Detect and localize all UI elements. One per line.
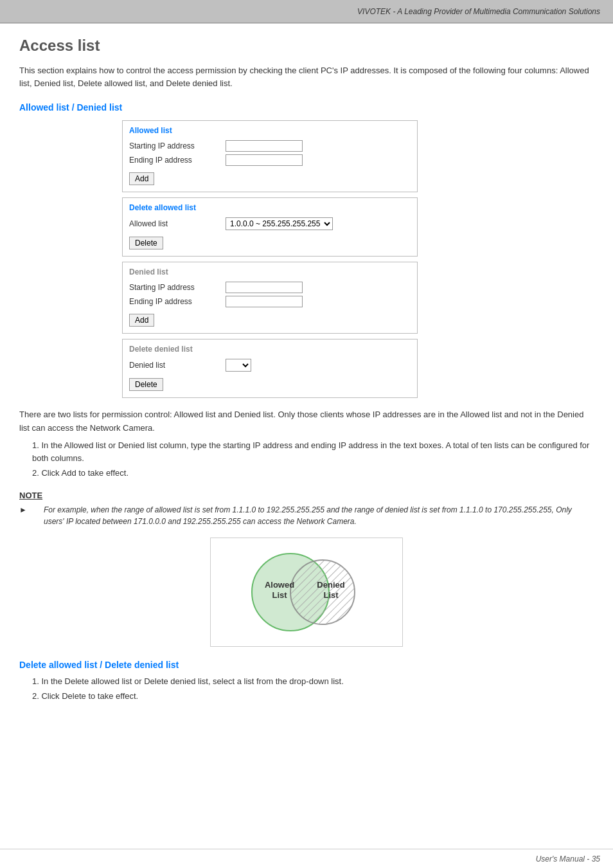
denied-starting-ip-row: Starting IP address	[129, 282, 411, 293]
denied-list-dropdown-row: Denied list	[129, 359, 411, 372]
section2-item2: 2. Click Delete to take effect.	[19, 690, 594, 703]
venn-svg: Alowed List Denied List	[217, 544, 396, 640]
body-para1: There are two lists for permission contr…	[19, 408, 594, 435]
page-description: This section explains how to control the…	[19, 64, 594, 89]
denied-ending-ip-row: Ending IP address	[129, 296, 411, 307]
header-title: VIVOTEK - A Leading Provider of Multimed…	[357, 7, 600, 16]
venn-allowed-label: Alowed	[265, 580, 294, 590]
delete-allowed-button[interactable]: Delete	[129, 237, 163, 249]
note-heading: NOTE	[19, 491, 594, 500]
ending-ip-row: Ending IP address	[129, 154, 411, 166]
denied-ending-ip-input[interactable]	[226, 296, 303, 307]
allowed-list-dropdown-label: Allowed list	[129, 219, 226, 228]
footer-bar: User's Manual - 35	[0, 849, 613, 868]
footer-text: User's Manual - 35	[536, 854, 600, 863]
content-area: Access list This section explains how to…	[0, 24, 613, 724]
section1-heading: Allowed list / Denied list	[19, 102, 594, 113]
venn-diagram: Alowed List Denied List	[210, 538, 403, 647]
denied-ending-ip-label: Ending IP address	[129, 297, 226, 306]
denied-starting-ip-label: Starting IP address	[129, 283, 226, 292]
allowed-add-button[interactable]: Add	[129, 172, 154, 185]
delete-denied-panel: Delete denied list Denied list Delete	[122, 339, 418, 398]
svg-text:Denied: Denied	[317, 580, 344, 590]
denied-add-button[interactable]: Add	[129, 314, 154, 327]
delete-denied-legend: Delete denied list	[129, 345, 411, 354]
section2-heading: Delete allowed list / Delete denied list	[19, 660, 594, 670]
section2-item1: 1. In the Delete allowed list or Delete …	[19, 675, 594, 689]
svg-point-2	[290, 560, 355, 624]
page-wrapper: VIVOTEK - A Leading Provider of Multimed…	[0, 0, 613, 868]
starting-ip-label: Starting IP address	[129, 141, 226, 150]
body-text-section: There are two lists for permission contr…	[19, 408, 594, 480]
denied-list-legend: Denied list	[129, 267, 411, 276]
ending-ip-label: Ending IP address	[129, 156, 226, 165]
page-title: Access list	[19, 37, 594, 55]
allowed-list-legend: Allowed list	[129, 126, 411, 135]
denied-list-panel: Denied list Starting IP address Ending I…	[122, 262, 418, 334]
body-item2: 2. Click Add to take effect.	[19, 467, 594, 480]
delete-denied-button[interactable]: Delete	[129, 378, 163, 391]
denied-list-dropdown[interactable]	[226, 359, 251, 372]
allowed-starting-ip-input[interactable]	[226, 140, 303, 152]
allowed-list-dropdown[interactable]: 1.0.0.0 ~ 255.255.255.255	[226, 217, 333, 230]
form-area: Allowed list Starting IP address Ending …	[122, 120, 418, 398]
allowed-list-dropdown-row: Allowed list 1.0.0.0 ~ 255.255.255.255	[129, 217, 411, 230]
header-bar: VIVOTEK - A Leading Provider of Multimed…	[0, 0, 613, 23]
body-item1: 1. In the Allowed list or Denied list co…	[19, 439, 594, 466]
allowed-ending-ip-input[interactable]	[226, 154, 303, 166]
note-arrow-icon: ►	[19, 504, 27, 516]
svg-text:List: List	[323, 590, 339, 600]
delete-allowed-panel: Delete allowed list Allowed list 1.0.0.0…	[122, 197, 418, 257]
note-text: ► For example, when the range of allowed…	[19, 504, 594, 527]
svg-text:List: List	[272, 590, 287, 600]
denied-list-dropdown-label: Denied list	[129, 361, 226, 370]
denied-starting-ip-input[interactable]	[226, 282, 303, 293]
allowed-list-panel: Allowed list Starting IP address Ending …	[122, 120, 418, 192]
starting-ip-row: Starting IP address	[129, 140, 411, 152]
delete-allowed-legend: Delete allowed list	[129, 203, 411, 212]
